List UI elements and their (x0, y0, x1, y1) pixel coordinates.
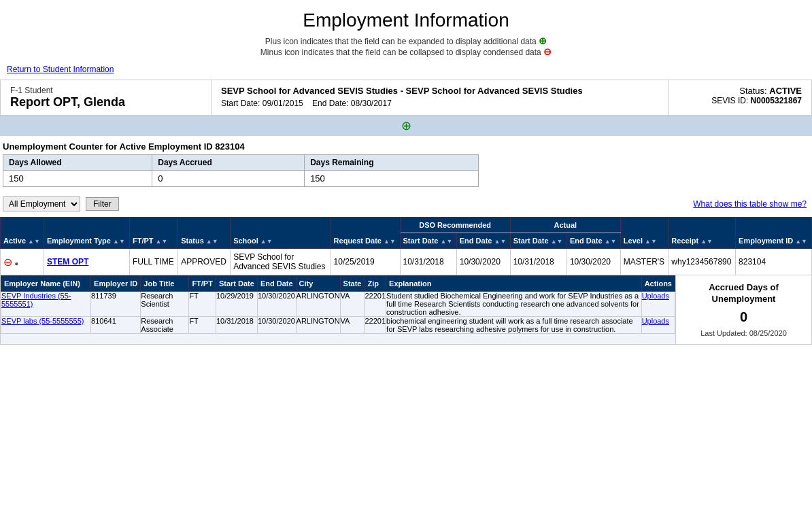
detail-outer: Employer Name (EIN) Employer ID Job Titl… (1, 275, 811, 344)
emp-state: VA (340, 317, 365, 334)
emp-name: SEVP Industries (55-5555551) (1, 292, 91, 317)
detail-row: Employer Name (EIN) Employer ID Job Titl… (1, 275, 812, 345)
student-info-mid: SEVP School for Advanced SEVIS Studies -… (212, 80, 669, 115)
return-link-container: Return to Student Information (0, 61, 812, 80)
emp-explanation: biochemical engineering student will wor… (386, 317, 642, 334)
return-link[interactable]: Return to Student Information (7, 65, 114, 74)
emp-city: ARLINGTON (296, 292, 340, 317)
col-days-remaining: Days Remaining (305, 155, 479, 171)
th-emp-state: State (340, 276, 365, 292)
page-title: Employment Information (0, 0, 812, 35)
cell-active: ⊖ ● (1, 249, 44, 275)
sort-dso-start[interactable]: ▲▼ (441, 238, 453, 245)
uploads-link[interactable]: Uploads (642, 292, 669, 300)
sort-status[interactable]: ▲▼ (206, 238, 218, 245)
school-name: SEVP School for Advanced SEVIS Studies -… (221, 86, 658, 96)
expand-row: ⊕ (0, 116, 812, 136)
emp-end: 10/30/2020 (257, 292, 296, 317)
accrued-title: Accrued Days of Unemployment (686, 282, 802, 305)
th-emp-actions: Actions (641, 276, 675, 292)
subtitle-block: Plus icon indicates that the field can b… (0, 35, 812, 57)
filter-button[interactable]: Filter (86, 197, 119, 211)
student-name: Report OPT, Glenda (10, 95, 201, 109)
accrued-value: 0 (686, 309, 802, 325)
th-status: Status ▲▼ (178, 218, 231, 249)
plus-hint-text: Plus icon indicates that the field can b… (265, 37, 537, 46)
end-date: 08/30/2017 (351, 99, 392, 108)
plus-icon: ⊕ (539, 35, 547, 46)
emp-start: 10/31/2018 (216, 317, 257, 334)
employer-link[interactable]: SEVP labs (55-5555555) (1, 317, 84, 325)
th-job-title: Job Title (141, 276, 189, 292)
cell-dso-end: 10/30/2020 (456, 249, 510, 275)
th-employment-id: Employment ID ▲▼ (736, 218, 812, 249)
th-ftpt: FT/PT ▲▼ (129, 218, 177, 249)
uploads-link[interactable]: Uploads (642, 317, 669, 325)
emp-zip: 22201 (365, 317, 386, 334)
sort-active[interactable]: ▲▼ (28, 238, 40, 245)
remove-icon[interactable]: ⊖ (3, 256, 12, 268)
employer-link[interactable]: SEVP Industries (55-5555551) (1, 292, 71, 308)
sevis-label: SEVIS ID: (711, 96, 748, 105)
emp-explanation: Student studied Biochemical Engineering … (386, 292, 642, 317)
detail-cell: Employer Name (EIN) Employer ID Job Titl… (1, 275, 812, 345)
emp-state: VA (340, 292, 365, 317)
status-line: Status: ACTIVE (678, 86, 802, 96)
emp-ein: 810641 (91, 317, 141, 334)
th-act-start: Start Date ▲▼ (510, 233, 566, 249)
emp-zip: 22201 (365, 292, 386, 317)
emp-jobtitle: Research Scientist (141, 292, 189, 317)
sort-school[interactable]: ▲▼ (260, 238, 273, 245)
emp-city: ARLINGTON (296, 317, 340, 334)
sort-receipt[interactable]: ▲▼ (700, 238, 713, 245)
th-dso-end: End Date ▲▼ (456, 233, 510, 249)
cell-employment-type: STEM OPT (44, 249, 130, 275)
th-school: School ▲▼ (231, 218, 331, 249)
student-info-right: Status: ACTIVE SEVIS ID: N0005321867 (669, 80, 811, 115)
th-emp-name: Employer Name (EIN) (1, 276, 91, 292)
sort-ftpt[interactable]: ▲▼ (156, 238, 168, 245)
stem-opt-link[interactable]: STEM OPT (47, 257, 88, 267)
emp-start: 10/29/2019 (216, 292, 257, 317)
sort-empid[interactable]: ▲▼ (795, 238, 807, 245)
sort-emptype[interactable]: ▲▼ (113, 238, 125, 245)
cell-act-start: 10/31/2018 (510, 249, 566, 275)
unemployment-title: Unemployment Counter for Active Employme… (3, 141, 809, 152)
minus-hint-text: Minus icon indicates that the field can … (260, 48, 541, 57)
th-emp-ftpt: FT/PT (189, 276, 216, 292)
cell-request-date: 10/25/2019 (331, 249, 400, 275)
employer-row: SEVP Industries (55-5555551) 811739 Rese… (1, 292, 675, 317)
student-type: F-1 Student (10, 86, 201, 95)
sort-dso-end[interactable]: ▲▼ (494, 238, 507, 245)
what-link[interactable]: What does this table show me? (693, 199, 809, 209)
th-dso-start: Start Date ▲▼ (400, 233, 456, 249)
cell-receipt: why1234567890 (669, 249, 736, 275)
th-act-end: End Date ▲▼ (566, 233, 620, 249)
th-receipt: Receipt ▲▼ (669, 218, 736, 249)
emp-name: SEVP labs (55-5555555) (1, 317, 91, 334)
sort-level[interactable]: ▲▼ (645, 238, 657, 245)
emp-jobtitle: Research Associate (141, 317, 189, 334)
val-days-remaining: 150 (305, 171, 479, 187)
employer-row: SEVP labs (55-5555555) 810641 Research A… (1, 317, 675, 334)
start-date: 09/01/2015 (263, 99, 303, 108)
employment-filter-select[interactable]: All Employment (3, 196, 80, 211)
accrued-updated: Last Updated: 08/25/2020 (686, 329, 802, 337)
emp-ein: 811739 (91, 292, 141, 317)
th-active: Active ▲▼ (1, 218, 44, 249)
sort-act-end[interactable]: ▲▼ (605, 238, 617, 245)
th-emp-city: City (296, 276, 340, 292)
th-emp-explanation: Explanation (386, 276, 642, 292)
accrued-box: Accrued Days of Unemployment 0 Last Upda… (675, 275, 811, 344)
th-actual: Actual (510, 218, 620, 233)
cell-status: APPROVED (178, 249, 231, 275)
unemployment-table: Days Allowed Days Accrued Days Remaining… (3, 154, 479, 187)
bullet-icon: ● (14, 260, 18, 267)
sort-act-start[interactable]: ▲▼ (551, 238, 563, 245)
emp-actions: Uploads (641, 317, 675, 334)
sort-reqdate[interactable]: ▲▼ (384, 238, 396, 245)
expand-icon[interactable]: ⊕ (401, 119, 411, 133)
sevis-value: N0005321867 (751, 96, 802, 105)
detail-table-wrap: Employer Name (EIN) Employer ID Job Titl… (1, 275, 675, 344)
emp-actions: Uploads (641, 292, 675, 317)
